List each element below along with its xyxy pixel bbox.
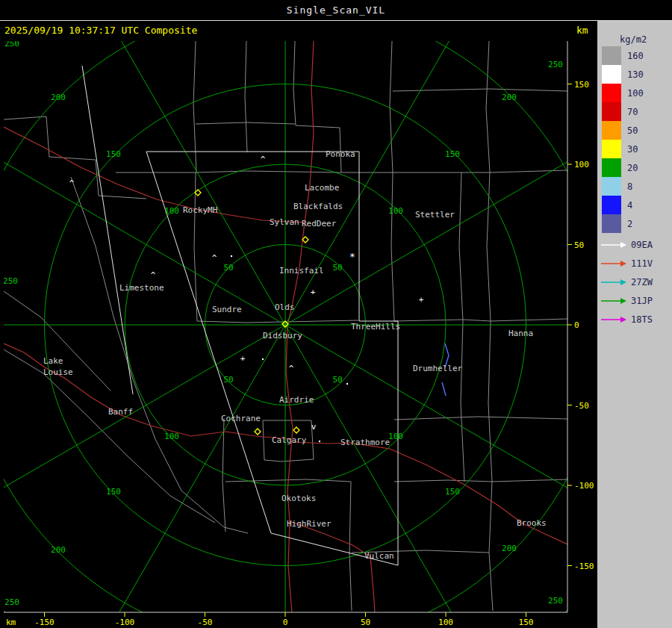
site-arrow-icon	[600, 259, 627, 268]
scale-value: 20	[627, 163, 638, 173]
color-scale-panel: kg/m2 16013010070503020842 09EA111V27ZW3…	[597, 21, 672, 628]
range-ring-label: 200	[502, 544, 517, 553]
window-title: Single_Scan_VIL	[287, 4, 385, 16]
plus-marker: +	[311, 287, 316, 297]
scale-swatch	[602, 140, 621, 158]
scale-value: 30	[627, 144, 638, 155]
arrow-head	[620, 242, 626, 248]
boundary-line	[393, 89, 567, 91]
scale-value: 50	[627, 125, 638, 136]
range-ring-label: 200	[51, 545, 66, 555]
legend-entry: 31JP	[600, 291, 653, 310]
arrow-head	[620, 298, 626, 304]
scale-swatch	[602, 121, 621, 140]
bottom-axis-tick-label: 100	[438, 618, 453, 627]
boundary-line	[394, 417, 567, 420]
range-ring-label: 100	[164, 432, 179, 441]
caret-marker: ^	[289, 364, 294, 373]
city-label: Sylvan	[270, 217, 299, 227]
asterisk-marker: *	[349, 251, 355, 262]
boundary-line	[488, 321, 492, 482]
scale-swatch	[602, 177, 621, 196]
city-label: Okotoks	[281, 494, 316, 503]
scale-value: 160	[627, 51, 644, 61]
caret-marker: ^	[151, 270, 156, 280]
site-arrow-icon	[600, 278, 627, 287]
range-ring-label: 100	[388, 432, 403, 441]
boundary-line	[245, 41, 247, 152]
scale-swatch	[602, 46, 621, 65]
boundary-line	[394, 319, 567, 321]
scale-entry: 160	[602, 46, 644, 65]
city-label: Calgary	[272, 435, 307, 445]
point-marker	[319, 441, 320, 442]
radar-site-marker	[255, 429, 261, 435]
city-label: Cochrane	[221, 414, 261, 423]
right-axis-tick-label: 100	[574, 160, 589, 170]
range-ring-label: 100	[388, 206, 403, 216]
scale-swatch	[602, 196, 621, 214]
scale-value: 130	[627, 69, 644, 80]
highway-line	[290, 521, 375, 612]
caret-marker: ^	[69, 178, 75, 188]
right-axis-tick-label: 0	[574, 320, 579, 330]
bottom-axis-tick-label: -100	[115, 618, 135, 627]
boundary-line	[4, 116, 146, 199]
title-bar: Single_Scan_VIL	[0, 0, 672, 21]
bottom-axis-unit-label: km	[6, 618, 16, 627]
timestamp-label: 2025/09/19 10:37:17 UTC Composite	[4, 25, 197, 36]
arrow-head	[620, 317, 626, 323]
boundary-line	[193, 41, 196, 172]
scale-value: 70	[627, 107, 638, 117]
range-ring-label: 250	[548, 596, 563, 606]
city-label: Didsbury	[263, 331, 302, 341]
boundary-line	[394, 479, 567, 482]
scale-value: 4	[627, 200, 632, 211]
scale-value: 2	[627, 219, 632, 229]
scale-entry: 100	[602, 84, 644, 102]
city-label: Airdrie	[279, 395, 314, 405]
scale-entry: 4	[602, 196, 644, 214]
city-label: RockyMH	[183, 205, 217, 215]
boundary-line	[461, 321, 464, 482]
range-ring-label: 150	[106, 149, 121, 159]
radar-site-marker	[293, 427, 299, 433]
city-label: Brooks	[517, 518, 547, 528]
scale-entry: 2	[602, 214, 644, 233]
boundary-line	[196, 122, 295, 124]
range-ring-label: 100	[164, 206, 179, 216]
site-arrow-icon	[600, 296, 627, 305]
city-label: RedDeer	[302, 219, 337, 228]
legend-entry: 111V	[600, 254, 653, 273]
site-id-label: 09EA	[631, 240, 653, 250]
range-ring-label: 250	[3, 276, 18, 286]
scale-value: 8	[627, 181, 632, 192]
city-label: ThreeHills	[351, 322, 400, 332]
azimuth-line	[285, 325, 597, 526]
city-label: Olds	[275, 302, 295, 312]
legend-entry: 09EA	[600, 235, 653, 254]
city-label: Strathmore	[340, 438, 390, 447]
azimuth-line	[285, 0, 486, 325]
city-label: Banff	[108, 407, 133, 417]
scale-unit-label: kg/m2	[620, 34, 672, 45]
site-id-label: 27ZW	[631, 277, 653, 287]
boundary-line	[487, 172, 491, 321]
right-axis-tick-label: 150	[574, 80, 589, 90]
range-ring-label: 50	[332, 375, 342, 385]
azimuth-line	[0, 124, 285, 325]
azimuth-line	[84, 325, 285, 628]
site-id-label: 111V	[631, 258, 653, 269]
range-ring-label: 50	[223, 263, 233, 273]
site-arrow-icon	[600, 315, 627, 324]
scale-value: 100	[627, 88, 644, 99]
radar-map-canvas[interactable]: 5010015020025050100150200250501001502002…	[0, 0, 597, 628]
city-label: Drumheller	[413, 364, 463, 373]
color-scale: 16013010070503020842	[602, 46, 644, 233]
range-ring-label: 150	[445, 487, 460, 497]
point-marker	[346, 383, 348, 385]
map-layer: 5010015020025050100150200250501001502002…	[0, 0, 597, 628]
bottom-axis-tick-label: 150	[519, 618, 534, 627]
app-window: Single_Scan_VIL 2025/09/19 10:37:17 UTC …	[0, 0, 672, 628]
scale-entry: 20	[602, 158, 644, 177]
